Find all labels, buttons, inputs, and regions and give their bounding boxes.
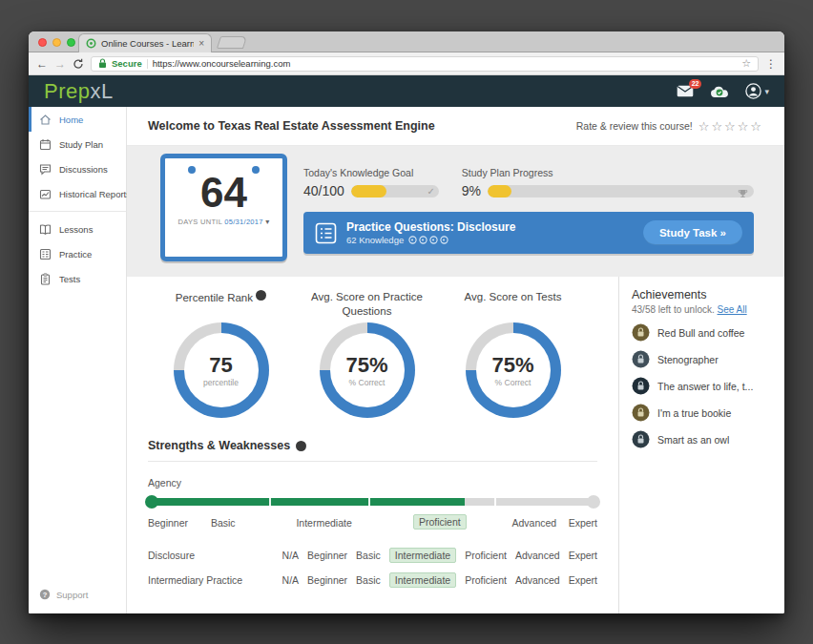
study-task-button[interactable]: Study Task » <box>643 220 742 245</box>
days-remaining: 64 <box>165 170 282 216</box>
sidebar-item-tests[interactable]: Tests <box>29 266 126 291</box>
list-item[interactable]: Stenographer <box>632 350 772 368</box>
countdown-card[interactable]: 64 DAYS UNTIL 05/31/2017 ▾ <box>160 154 287 261</box>
address-bar[interactable]: Secure https://www.oncourselearning.com … <box>91 56 759 72</box>
check-icon: ✓ <box>427 185 434 197</box>
refresh-icon[interactable] <box>73 58 84 70</box>
messages-button[interactable]: 22 <box>677 85 694 97</box>
rate-course: Rate & review this course! ☆☆☆☆☆ <box>576 119 763 134</box>
calendar-icon <box>39 138 52 151</box>
practice-score-gauge: Avg. Score on Practice Questions 75% % C… <box>294 290 440 418</box>
book-icon <box>39 223 52 236</box>
url-text[interactable]: https://www.oncourselearning.com <box>153 58 737 69</box>
knowledge-goal-progressbar: ✓ <box>351 185 439 197</box>
user-avatar-icon <box>745 83 761 99</box>
knowledge-goal: Today's Knowledge Goal 40/100 ✓ <box>303 167 439 198</box>
info-icon[interactable] <box>256 290 266 301</box>
score-gauges: Percentile Rank 75 percentile Avg. Score… <box>148 290 597 418</box>
task-subtitle: 62 Knowledge <box>346 235 404 245</box>
info-icon[interactable] <box>296 441 306 451</box>
forward-icon[interactable]: → <box>54 58 66 70</box>
star-icon[interactable]: ☆ <box>711 119 724 134</box>
browser-toolbar: ← → Secure https://www.oncourselearning.… <box>29 52 784 75</box>
slider-tick <box>494 498 496 506</box>
support-button[interactable]: ? Support <box>39 589 88 600</box>
browser-tab[interactable]: Online Courses - Learning Plat × <box>78 33 212 52</box>
sidebar-divider <box>29 211 126 212</box>
task-title: Practice Questions: Disclosure <box>346 220 515 234</box>
achievements-title: Achievements <box>632 288 772 301</box>
strengths-weaknesses-heading: Strengths & Weaknesses <box>148 439 597 452</box>
new-tab-button[interactable] <box>217 36 247 49</box>
scale-label: Expert <box>569 517 597 529</box>
sync-status-button[interactable] <box>710 85 729 98</box>
help-icon: ? <box>39 589 51 600</box>
sidebar-item-practice[interactable]: Practice <box>29 241 126 266</box>
star-icon[interactable]: ☆ <box>698 119 712 134</box>
chat-bubble-icon <box>39 163 52 176</box>
circle-icon <box>419 236 427 244</box>
list-item[interactable]: The answer to life, t... <box>632 377 772 395</box>
svg-text:?: ? <box>43 591 48 599</box>
close-window-button[interactable] <box>38 38 47 47</box>
countdown-caption: DAYS UNTIL 05/31/2017 ▾ <box>165 218 282 226</box>
topic-skill-rows: Disclosure N/A Beginner Basic Intermedia… <box>148 543 597 592</box>
sidebar-item-discussions[interactable]: Discussions <box>29 156 126 181</box>
page-title: Welcome to Texas Real Estate Assessment … <box>148 119 435 133</box>
tests-score-gauge: Avg. Score on Tests 75% % Correct <box>440 290 586 418</box>
account-menu-button[interactable]: ▾ <box>745 83 769 99</box>
slider-tick <box>368 498 370 506</box>
locked-badge-icon <box>632 377 650 395</box>
chevron-down-icon[interactable]: ▾ <box>265 218 269 226</box>
tab-title: Online Courses - Learning Plat <box>101 38 194 49</box>
sidebar-item-historical-reports[interactable]: Historical Reports <box>29 181 126 206</box>
slider-end-handle[interactable] <box>587 495 600 509</box>
trophy-icon <box>738 186 748 197</box>
minimize-window-button[interactable] <box>52 38 61 47</box>
secure-lock-icon <box>98 58 107 69</box>
list-item[interactable]: Red Bull and coffee <box>632 323 772 342</box>
rating-stars[interactable]: ☆☆☆☆☆ <box>698 119 763 134</box>
topic-label: Disclosure <box>148 550 195 561</box>
donut-chart: 75% % Correct <box>466 322 561 418</box>
window-controls[interactable] <box>38 38 75 47</box>
circle-icon <box>408 236 417 244</box>
sidebar-item-lessons[interactable]: Lessons <box>29 217 126 241</box>
tab-close-icon[interactable]: × <box>198 39 204 49</box>
study-progress-bar <box>488 185 754 197</box>
scale-label: Basic <box>211 517 236 529</box>
checklist-icon <box>39 248 52 260</box>
scale-label: Beginner <box>148 517 188 529</box>
list-item[interactable]: Smart as an owl <box>632 430 772 448</box>
exam-date[interactable]: 05/31/2017 <box>224 218 263 226</box>
percentile-rank-gauge: Percentile Rank 75 percentile <box>148 290 294 418</box>
bookmark-star-icon[interactable]: ☆ <box>741 57 751 70</box>
zoom-window-button[interactable] <box>67 38 75 47</box>
locked-badge-icon <box>632 404 650 422</box>
agency-skill-slider[interactable] <box>148 498 597 506</box>
star-icon[interactable]: ☆ <box>724 119 738 134</box>
star-icon[interactable]: ☆ <box>750 119 763 134</box>
agency-topic-label: Agency <box>148 477 597 488</box>
circle-icon <box>429 236 438 244</box>
table-row: Disclosure N/A Beginner Basic Intermedia… <box>148 543 597 568</box>
sidebar-item-home[interactable]: Home <box>29 107 126 132</box>
skill-scale-labels: Beginner Basic Intermediate Proficient A… <box>148 516 597 533</box>
url-separator <box>147 59 148 69</box>
browser-menu-icon[interactable]: ⋮ <box>765 57 777 71</box>
knowledge-goal-value: 40/100 <box>303 183 344 198</box>
line-chart-icon <box>39 188 52 200</box>
section-divider <box>148 461 597 462</box>
app-header: PrepxL 22 ▾ <box>29 75 784 107</box>
donut-chart: 75% % Correct <box>320 322 415 418</box>
sidebar-item-study-plan[interactable]: Study Plan <box>29 132 126 156</box>
back-icon[interactable]: ← <box>36 58 48 70</box>
star-icon[interactable]: ☆ <box>738 119 751 134</box>
achievements-panel: Achievements 43/58 left to unlock. See A… <box>618 277 784 613</box>
see-all-link[interactable]: See All <box>718 304 747 315</box>
table-row: Intermediary Practice N/A Beginner Basic… <box>148 568 597 592</box>
list-item[interactable]: I'm a true bookie <box>632 404 772 422</box>
achievements-subtitle: 43/58 left to unlock. <box>632 304 715 315</box>
messages-count-badge: 22 <box>689 79 702 89</box>
topic-label: Intermediary Practice <box>148 574 242 586</box>
